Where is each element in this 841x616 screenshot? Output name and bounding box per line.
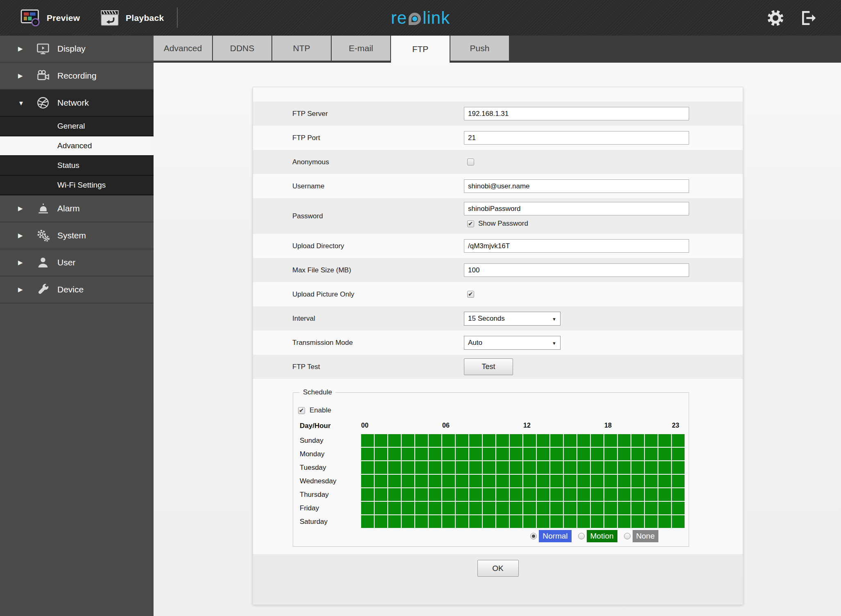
mode-radio-normal[interactable] bbox=[530, 533, 537, 539]
schedule-cell[interactable] bbox=[483, 502, 495, 514]
schedule-cell[interactable] bbox=[631, 475, 644, 487]
schedule-cell[interactable] bbox=[442, 461, 455, 474]
schedule-cell[interactable] bbox=[402, 488, 414, 501]
schedule-cell[interactable] bbox=[550, 448, 563, 460]
schedule-cell[interactable] bbox=[361, 515, 374, 528]
schedule-cell[interactable] bbox=[496, 448, 509, 460]
schedule-cell[interactable] bbox=[672, 515, 685, 528]
schedule-cell[interactable] bbox=[618, 515, 631, 528]
schedule-cell[interactable] bbox=[429, 475, 441, 487]
schedule-cell[interactable] bbox=[442, 488, 455, 501]
tab-ntp[interactable]: NTP bbox=[272, 36, 331, 61]
schedule-cell[interactable] bbox=[658, 515, 671, 528]
schedule-cell[interactable] bbox=[402, 475, 414, 487]
schedule-cell[interactable] bbox=[388, 434, 401, 447]
schedule-cell[interactable] bbox=[456, 488, 468, 501]
schedule-cell[interactable] bbox=[456, 434, 468, 447]
schedule-cell[interactable] bbox=[375, 515, 387, 528]
schedule-cell[interactable] bbox=[415, 434, 428, 447]
mode-chip-normal[interactable]: Normal bbox=[539, 530, 571, 542]
schedule-cell[interactable] bbox=[523, 515, 536, 528]
schedule-cell[interactable] bbox=[604, 502, 617, 514]
schedule-cell[interactable] bbox=[645, 434, 658, 447]
schedule-cell[interactable] bbox=[645, 475, 658, 487]
schedule-cell[interactable] bbox=[483, 515, 495, 528]
schedule-cell[interactable] bbox=[577, 434, 590, 447]
schedule-cell[interactable] bbox=[658, 488, 671, 501]
upload-picture-only-checkbox[interactable] bbox=[467, 291, 474, 298]
schedule-cell[interactable] bbox=[375, 488, 387, 501]
schedule-cell[interactable] bbox=[415, 488, 428, 501]
schedule-cell[interactable] bbox=[577, 475, 590, 487]
schedule-cell[interactable] bbox=[510, 475, 522, 487]
schedule-cell[interactable] bbox=[618, 434, 631, 447]
schedule-cell[interactable] bbox=[469, 515, 482, 528]
schedule-cell[interactable] bbox=[402, 448, 414, 460]
schedule-cell[interactable] bbox=[402, 502, 414, 514]
schedule-cell[interactable] bbox=[537, 434, 549, 447]
schedule-cell[interactable] bbox=[442, 502, 455, 514]
schedule-cell[interactable] bbox=[361, 502, 374, 514]
schedule-cell[interactable] bbox=[496, 515, 509, 528]
schedule-cell[interactable] bbox=[510, 488, 522, 501]
schedule-cell[interactable] bbox=[564, 434, 576, 447]
schedule-cell[interactable] bbox=[429, 488, 441, 501]
schedule-cell[interactable] bbox=[429, 448, 441, 460]
schedule-cell[interactable] bbox=[631, 448, 644, 460]
sidebar-subitem-advanced[interactable]: Advanced bbox=[0, 136, 154, 156]
schedule-cell[interactable] bbox=[645, 502, 658, 514]
schedule-cell[interactable] bbox=[415, 475, 428, 487]
schedule-cell[interactable] bbox=[591, 434, 604, 447]
schedule-cell[interactable] bbox=[537, 448, 549, 460]
ftp-port-input[interactable] bbox=[464, 131, 689, 145]
schedule-cell[interactable] bbox=[577, 488, 590, 501]
schedule-cell[interactable] bbox=[429, 434, 441, 447]
settings-gear-icon[interactable] bbox=[766, 9, 784, 27]
sidebar-item-recording[interactable]: ▶Recording bbox=[0, 63, 154, 90]
schedule-cell[interactable] bbox=[658, 475, 671, 487]
schedule-cell[interactable] bbox=[429, 461, 441, 474]
schedule-cell[interactable] bbox=[672, 502, 685, 514]
schedule-cell[interactable] bbox=[604, 448, 617, 460]
schedule-cell[interactable] bbox=[564, 515, 576, 528]
schedule-cell[interactable] bbox=[645, 515, 658, 528]
transmission-mode-select[interactable]: Auto▼ bbox=[464, 336, 561, 350]
schedule-cell[interactable] bbox=[496, 434, 509, 447]
mode-chip-none[interactable]: None bbox=[633, 530, 658, 542]
schedule-cell[interactable] bbox=[564, 461, 576, 474]
schedule-cell[interactable] bbox=[388, 475, 401, 487]
schedule-cell[interactable] bbox=[375, 461, 387, 474]
schedule-cell[interactable] bbox=[564, 488, 576, 501]
schedule-cell[interactable] bbox=[483, 475, 495, 487]
schedule-cell[interactable] bbox=[523, 502, 536, 514]
schedule-cell[interactable] bbox=[483, 461, 495, 474]
schedule-cell[interactable] bbox=[550, 461, 563, 474]
mode-radio-none[interactable] bbox=[624, 533, 631, 539]
mode-chip-motion[interactable]: Motion bbox=[587, 530, 617, 542]
schedule-cell[interactable] bbox=[402, 461, 414, 474]
schedule-cell[interactable] bbox=[523, 475, 536, 487]
schedule-cell[interactable] bbox=[483, 434, 495, 447]
schedule-cell[interactable] bbox=[456, 475, 468, 487]
schedule-cell[interactable] bbox=[604, 475, 617, 487]
schedule-cell[interactable] bbox=[361, 434, 374, 447]
schedule-cell[interactable] bbox=[537, 461, 549, 474]
schedule-cell[interactable] bbox=[631, 515, 644, 528]
schedule-cell[interactable] bbox=[496, 461, 509, 474]
schedule-cell[interactable] bbox=[388, 448, 401, 460]
schedule-cell[interactable] bbox=[456, 448, 468, 460]
ok-button[interactable]: OK bbox=[477, 560, 519, 577]
tab-advanced[interactable]: Advanced bbox=[154, 36, 212, 61]
schedule-cell[interactable] bbox=[361, 475, 374, 487]
schedule-cell[interactable] bbox=[375, 448, 387, 460]
mode-radio-motion[interactable] bbox=[578, 533, 585, 539]
schedule-cell[interactable] bbox=[591, 475, 604, 487]
schedule-cell[interactable] bbox=[550, 475, 563, 487]
schedule-cell[interactable] bbox=[658, 461, 671, 474]
schedule-cell[interactable] bbox=[523, 488, 536, 501]
schedule-cell[interactable] bbox=[658, 448, 671, 460]
schedule-cell[interactable] bbox=[591, 502, 604, 514]
schedule-cell[interactable] bbox=[456, 502, 468, 514]
schedule-cell[interactable] bbox=[523, 448, 536, 460]
schedule-cell[interactable] bbox=[604, 434, 617, 447]
